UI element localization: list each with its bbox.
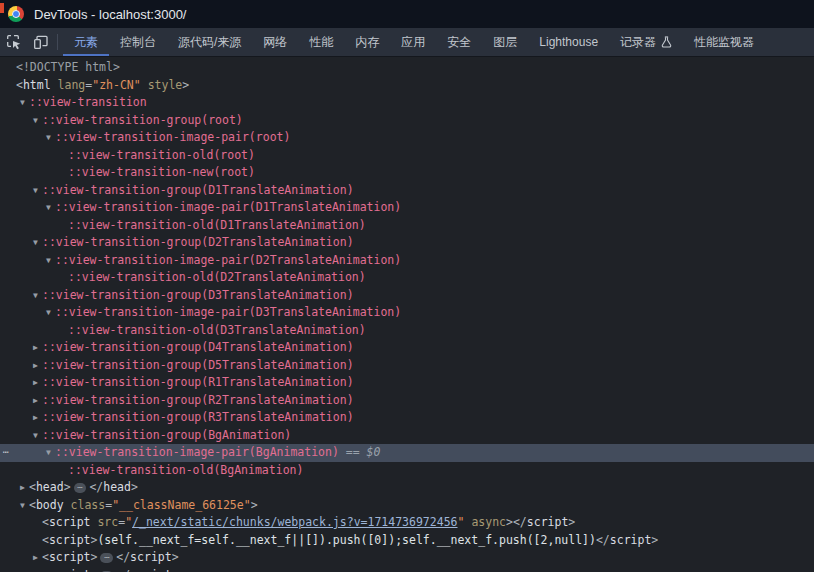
- dom-tree-row[interactable]: ::view-transition-new(root): [0, 164, 814, 182]
- twisty-collapsed-icon[interactable]: ▶: [29, 409, 42, 427]
- markup-punctuation: >: [90, 568, 97, 572]
- dom-tree-row[interactable]: ▼::view-transition-group(root): [0, 112, 814, 130]
- markup-punctuation: >: [506, 515, 513, 529]
- device-toolbar-icon: [33, 34, 49, 50]
- dom-tree-row[interactable]: ::view-transition-old(BgAnimation): [0, 462, 814, 480]
- tag-name: script: [49, 533, 91, 547]
- twisty-collapsed-icon[interactable]: ▶: [29, 374, 42, 392]
- twisty-collapsed-icon[interactable]: ▶: [29, 549, 42, 567]
- twisty-expanded-icon[interactable]: ▼: [29, 234, 42, 252]
- dom-tree-row[interactable]: ▶::view-transition-group(R1TranslateAnim…: [0, 374, 814, 392]
- dom-tree-row[interactable]: <!DOCTYPE html>: [0, 59, 814, 77]
- dom-tree-row[interactable]: ▼::view-transition-group(D2TranslateAnim…: [0, 234, 814, 252]
- twisty-expanded-icon[interactable]: ▼: [42, 444, 55, 462]
- dom-tree-row[interactable]: ▶<script>⋯</script>: [0, 567, 814, 572]
- pseudo-element-name: ::view-transition-old(D1TranslateAnimati…: [68, 218, 366, 232]
- twisty-collapsed-icon[interactable]: ▶: [29, 392, 42, 410]
- inspect-element-button[interactable]: [0, 28, 27, 56]
- tab-performance[interactable]: 性能: [298, 28, 344, 56]
- dom-tree-row[interactable]: ▶::view-transition-group(D5TranslateAnim…: [0, 357, 814, 375]
- tab-recorder[interactable]: 记录器: [609, 28, 683, 56]
- row-more-actions-icon[interactable]: ⋯: [3, 444, 9, 460]
- tab-application[interactable]: 应用: [390, 28, 436, 56]
- dom-tree-row[interactable]: ▼<body class="__className_66125e">: [0, 497, 814, 515]
- dom-tree-row[interactable]: <script src="/_next/static/chunks/webpac…: [0, 514, 814, 532]
- dom-tree-row[interactable]: ▼::view-transition-group(D1TranslateAnim…: [0, 182, 814, 200]
- markup-punctuation: <: [42, 550, 49, 564]
- twisty-collapsed-icon[interactable]: ▶: [16, 479, 29, 497]
- twisty-expanded-icon[interactable]: ▼: [29, 112, 42, 130]
- twisty-expanded-icon[interactable]: ▼: [42, 252, 55, 270]
- tab-security[interactable]: 安全: [436, 28, 482, 56]
- dom-tree-row[interactable]: ▼::view-transition-image-pair(root): [0, 129, 814, 147]
- dom-tree-row[interactable]: ▼::view-transition: [0, 94, 814, 112]
- dom-tree-row[interactable]: ::view-transition-old(D1TranslateAnimati…: [0, 217, 814, 235]
- twisty-expanded-icon[interactable]: ▼: [42, 199, 55, 217]
- dom-tree-row[interactable]: ::view-transition-old(D3TranslateAnimati…: [0, 322, 814, 340]
- twisty-expanded-icon[interactable]: ▼: [42, 129, 55, 147]
- twisty-expanded-icon[interactable]: ▼: [29, 287, 42, 305]
- markup-punctuation: <: [16, 78, 23, 92]
- pseudo-element-name: ::view-transition-image-pair(D2Translate…: [55, 253, 401, 267]
- tab-elements[interactable]: 元素: [63, 28, 109, 56]
- dom-tree-row-selected[interactable]: ⋯▼::view-transition-image-pair(BgAnimati…: [0, 444, 814, 462]
- tab-label: 图层: [493, 34, 517, 51]
- tab-lighthouse[interactable]: Lighthouse: [528, 28, 609, 56]
- twisty-expanded-icon[interactable]: ▼: [16, 497, 29, 515]
- markup-punctuation: <: [42, 568, 49, 572]
- pseudo-element-name: ::view-transition-old(D2TranslateAnimati…: [68, 270, 366, 284]
- dom-tree-row[interactable]: ▼::view-transition-image-pair(D3Translat…: [0, 304, 814, 322]
- toggle-device-toolbar-button[interactable]: [27, 28, 54, 56]
- dom-tree-row[interactable]: ▼::view-transition-image-pair(D1Translat…: [0, 199, 814, 217]
- dom-tree-row[interactable]: ▼::view-transition-image-pair(D2Translat…: [0, 252, 814, 270]
- dom-tree-row[interactable]: ▶::view-transition-group(R3TranslateAnim…: [0, 409, 814, 427]
- markup-punctuation: >: [182, 78, 189, 92]
- dom-tree-row[interactable]: ::view-transition-old(root): [0, 147, 814, 165]
- tab-label: 性能监视器: [694, 34, 754, 51]
- tab-network[interactable]: 网络: [252, 28, 298, 56]
- resource-link[interactable]: /_next/static/chunks/webpack.js?v=171473…: [132, 515, 457, 529]
- tag-name: html: [23, 78, 51, 92]
- markup-punctuation: [141, 78, 148, 92]
- attribute-name: class: [71, 498, 106, 512]
- markup-punctuation: </: [513, 515, 527, 529]
- pseudo-element-name: ::view-transition-group(R1TranslateAnima…: [42, 375, 354, 389]
- tab-label: 性能: [309, 34, 333, 51]
- tab-memory[interactable]: 内存: [344, 28, 390, 56]
- twisty-collapsed-icon[interactable]: ▶: [29, 567, 42, 572]
- dom-tree-row[interactable]: ▼::view-transition-group(D3TranslateAnim…: [0, 287, 814, 305]
- tab-layers[interactable]: 图层: [482, 28, 528, 56]
- markup-punctuation: >: [651, 533, 658, 547]
- tab-performance-monitor[interactable]: 性能监视器: [683, 28, 765, 56]
- tab-console[interactable]: 控制台: [109, 28, 167, 56]
- twisty-expanded-icon[interactable]: ▼: [42, 304, 55, 322]
- selected-hint: ==: [339, 445, 367, 459]
- pseudo-element-name: ::view-transition-group(D3TranslateAnima…: [42, 288, 354, 302]
- markup-punctuation: >: [568, 515, 575, 529]
- dom-tree-row[interactable]: ▶::view-transition-group(R2TranslateAnim…: [0, 392, 814, 410]
- dom-tree-row[interactable]: ▶<head>⋯</head>: [0, 479, 814, 497]
- tag-name: script: [610, 533, 652, 547]
- tag-name: script: [130, 568, 172, 572]
- dom-tree-row[interactable]: <html lang="zh-CN" style>: [0, 77, 814, 95]
- pseudo-element-name: ::view-transition-image-pair(D3Translate…: [55, 305, 401, 319]
- dom-tree-row[interactable]: ::view-transition-old(D2TranslateAnimati…: [0, 269, 814, 287]
- dom-tree-row[interactable]: <script>(self.__next_f=self.__next_f||[]…: [0, 532, 814, 550]
- twisty-expanded-icon[interactable]: ▼: [16, 94, 29, 112]
- dom-tree-row[interactable]: ▶<script>⋯</script>: [0, 549, 814, 567]
- tag-name: script: [49, 515, 91, 529]
- inline-expand-ellipsis-icon[interactable]: ⋯: [74, 483, 87, 493]
- markup-punctuation: <: [29, 498, 36, 512]
- dom-tree-row[interactable]: ▶::view-transition-group(D4TranslateAnim…: [0, 339, 814, 357]
- twisty-collapsed-icon[interactable]: ▶: [29, 339, 42, 357]
- twisty-expanded-icon[interactable]: ▼: [29, 427, 42, 445]
- markup-punctuation: <: [42, 515, 49, 529]
- tab-label: 元素: [74, 34, 98, 51]
- twisty-collapsed-icon[interactable]: ▶: [29, 357, 42, 375]
- twisty-expanded-icon[interactable]: ▼: [29, 182, 42, 200]
- inline-expand-ellipsis-icon[interactable]: ⋯: [100, 553, 113, 563]
- tab-sources[interactable]: 源代码/来源: [167, 28, 252, 56]
- markup-punctuation: </: [596, 533, 610, 547]
- dom-tree-row[interactable]: ▼::view-transition-group(BgAnimation): [0, 427, 814, 445]
- pseudo-element-name: ::view-transition-group(D1TranslateAnima…: [42, 183, 354, 197]
